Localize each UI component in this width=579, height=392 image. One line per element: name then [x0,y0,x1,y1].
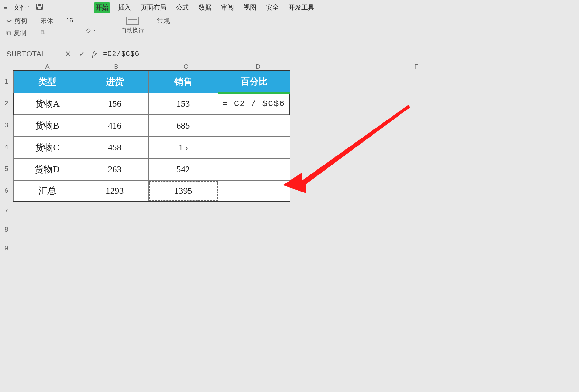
cell[interactable]: 153 [149,93,218,115]
tab-security[interactable]: 安全 [264,2,281,13]
col-header-D[interactable]: D [221,63,295,70]
cut-button[interactable]: ✂ 剪切 [6,17,27,25]
column-headers: A B C D F [13,63,426,70]
cell[interactable] [218,180,290,202]
row-header-1[interactable]: 1 [0,70,13,92]
bold-button[interactable]: B [40,29,45,36]
eraser-icon: ◇ [86,26,91,34]
tab-review[interactable]: 审阅 [219,2,236,13]
table-row: 货物C 458 15 [14,137,290,158]
row-header-5[interactable]: 5 [0,158,13,180]
tab-pagelayout[interactable]: 页面布局 [139,2,168,13]
cell[interactable]: 货物B [14,115,81,137]
table-row: 货物A 156 153 = C2 / $C$6 [14,93,290,115]
cell[interactable]: 1293 [81,180,149,202]
font-size-selector[interactable]: 16 [66,17,73,24]
table-row: 货物B 416 685 [14,115,290,137]
fx-icon[interactable]: fx [92,50,97,58]
toolbar: ✂ 剪切 ⧉ 复制 宋体 B 16 ◇▾ 自动换行 常规 [0,15,426,40]
scissors-icon: ✂ [6,17,12,25]
file-menu[interactable]: 文件 [14,3,30,12]
tab-formula[interactable]: 公式 [174,2,191,13]
cell[interactable] [218,137,290,158]
row-header-4[interactable]: 4 [0,136,13,158]
wrap-text-icon[interactable] [126,17,139,25]
cell[interactable]: 156 [81,93,149,115]
formula-cancel-button[interactable]: ✕ [64,50,72,58]
col-header-C[interactable]: C [151,63,221,70]
tab-insert[interactable]: 插入 [116,2,133,13]
header-percent[interactable]: 百分比 [218,71,290,93]
cell[interactable]: 458 [81,137,149,158]
copy-button[interactable]: ⧉ 复制 [6,29,27,37]
formula-input[interactable]: =C2/$C$6 [103,50,140,58]
eraser-button[interactable]: ◇▾ [86,26,95,34]
formula-bar: SUBTOTAL ✕ ✓ fx =C2/$C$6 [0,47,426,61]
cell-copied-C6[interactable]: 1395 [149,180,218,202]
row-header-7[interactable]: 7 [0,201,13,220]
row-header-3[interactable]: 3 [0,114,13,136]
cell[interactable]: 685 [149,115,218,137]
hamburger-icon[interactable]: ≡ [3,3,8,12]
data-table: 类型 进货 销售 百分比 货物A 156 153 = C2 / $C$6 货物B… [13,70,290,202]
cell[interactable]: 416 [81,115,149,137]
tab-start[interactable]: 开始 [94,2,110,13]
row-header-8[interactable]: 8 [0,220,13,239]
row-header-9[interactable]: 9 [0,239,13,257]
menu-bar: ≡ 文件 开始 插入 页面布局 公式 数据 审阅 视图 安全 开发工具 [0,0,426,15]
tab-data[interactable]: 数据 [197,2,213,13]
cut-label: 剪切 [14,17,27,25]
copy-label: 复制 [14,29,26,37]
table-header-row: 类型 进货 销售 百分比 [14,71,290,93]
cell[interactable] [218,115,290,137]
header-sales[interactable]: 销售 [149,71,218,93]
cell[interactable]: 汇总 [14,180,81,202]
copy-icon: ⧉ [6,29,11,37]
svg-rect-1 [38,4,41,6]
cell[interactable]: 货物A [14,93,81,115]
col-header-F[interactable]: F [407,63,426,70]
formula-accept-button[interactable]: ✓ [78,50,86,58]
row-headers: 1 2 3 4 5 6 7 8 9 [0,70,13,257]
save-icon[interactable] [36,3,43,12]
cell[interactable]: 263 [81,158,149,180]
spreadsheet: A B C D F 1 2 3 4 5 6 7 8 9 类型 进货 销售 百分比 [0,63,426,257]
col-header-B[interactable]: B [82,63,151,70]
wrap-text-label: 自动换行 [121,26,144,34]
tab-view[interactable]: 视图 [242,2,258,13]
active-cell-D2[interactable]: = C2 / $C$6 [218,93,290,115]
cell[interactable] [218,158,290,180]
row-header-2[interactable]: 2 [0,92,13,114]
number-format-selector[interactable]: 常规 [157,17,170,25]
tab-developer[interactable]: 开发工具 [287,2,316,13]
cell[interactable]: 货物C [14,137,81,158]
header-stock[interactable]: 进货 [81,71,149,93]
table-row-total: 汇总 1293 1395 [14,180,290,202]
name-box[interactable]: SUBTOTAL [6,50,58,58]
row-header-6[interactable]: 6 [0,180,13,201]
cell[interactable]: 542 [149,158,218,180]
cell[interactable]: 货物D [14,158,81,180]
table-row: 货物D 263 542 [14,158,290,180]
col-header-A[interactable]: A [13,63,82,70]
cell[interactable]: 15 [149,137,218,158]
svg-rect-2 [38,7,41,9]
header-type[interactable]: 类型 [14,71,81,93]
font-name-selector[interactable]: 宋体 [40,17,53,25]
